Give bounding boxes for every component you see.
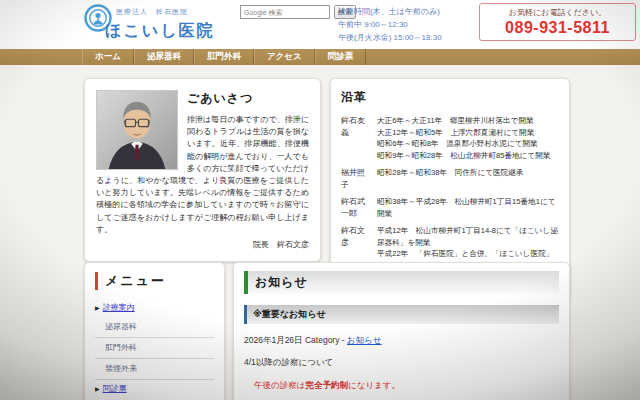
- menu-item-no-smoking[interactable]: 禁煙外来: [95, 359, 214, 380]
- nav-item-questionnaire[interactable]: 問診票: [315, 49, 367, 65]
- history-person-name: 鉾石武一郎: [341, 196, 372, 219]
- nav-item-proctology[interactable]: 肛門外科: [194, 49, 254, 65]
- history-entry: 昭和28年～昭和38年 同住所にて医院継承: [377, 167, 559, 179]
- news-title: お知らせ: [244, 271, 559, 294]
- phone-number: 089-931-5811: [480, 18, 635, 37]
- hours-line-3: 午後(月火水金) 15:00～18:30: [338, 31, 476, 44]
- history-title: 沿革: [341, 89, 559, 106]
- history-person-name: 福井照子: [341, 167, 372, 190]
- notice-text: 午後の診察は: [254, 380, 305, 390]
- history-entries: 昭和28年～昭和38年 同住所にて医院継承: [377, 167, 559, 190]
- history-row: 福井照子 昭和28年～昭和38年 同住所にて医院継承: [341, 167, 559, 190]
- menu-item-questionnaire[interactable]: ▶ 問診票: [95, 380, 214, 398]
- history-entry: 昭和6年～昭和8年 温泉郡小野村水泥にて開業: [377, 138, 559, 150]
- news-post-title: 4/1以降の診察について: [244, 357, 559, 369]
- triangle-bullet-icon: ▶: [95, 303, 100, 313]
- history-entries: 大正6年～大正11年 郷里柳井川村落出で開業 大正12年～昭和5年 上浮穴郡直瀬…: [377, 115, 559, 161]
- hours-line-1: 診療時間(木、土は午前のみ): [338, 5, 476, 18]
- menu-item-proctology[interactable]: 肛門外科: [95, 338, 214, 359]
- greeting-section: ごあいさつ 排泄は毎日の事ですので、排泄に関わるトラブルは生活の質を損ないます。…: [84, 78, 321, 262]
- history-row: 鉾石友義 大正6年～大正11年 郷里柳井川村落出で開業 大正12年～昭和5年 上…: [341, 115, 559, 161]
- clinic-hours: 診療時間(木、土は午前のみ) 午前中 9:00～12:30 午後(月火水金) 1…: [338, 5, 476, 44]
- news-category-prefix: Category -: [303, 335, 347, 345]
- history-entry: 平成12年 松山市柳井町1丁目14-8にて「ほこいし泌尿器科」を開業: [377, 225, 559, 248]
- phone-box: お気軽にお電話ください。 089-931-5811: [479, 3, 636, 41]
- nav-item-urology[interactable]: 泌尿器科: [134, 49, 194, 65]
- logo[interactable]: 医療法人 鉾石医院 ほこいし医院: [84, 3, 234, 47]
- triangle-bullet-icon: ▶: [95, 384, 100, 394]
- main-nav: ホーム 泌尿器科 肛門外科 アクセス 問診票: [0, 49, 640, 65]
- news-category-link[interactable]: お知らせ: [347, 335, 382, 345]
- notice-bold-text: 完全予約制: [305, 380, 348, 390]
- history-entry: 大正12年～昭和5年 上浮穴郡直瀬村にて開業: [377, 127, 559, 139]
- clinic-name: ほこいし医院: [105, 21, 215, 42]
- history-person-name: 鉾石友義: [341, 115, 372, 161]
- menu-title: メニュー: [95, 272, 214, 290]
- greeting-signature: 院長 鉾石文彦: [96, 239, 309, 250]
- history-entry: 大正6年～大正11年 郷里柳井川村落出で開業: [377, 115, 559, 127]
- notice-text: になります。: [348, 380, 400, 390]
- history-entries: 昭和38年～平成28年 松山柳井町1丁目15番地1にて開業: [377, 196, 559, 219]
- corporation-label: 医療法人 鉾石医院: [116, 7, 188, 17]
- history-entry: 昭和9年～昭和28年 松山北柳井町85番地にて開業: [377, 150, 559, 162]
- menu-link-questionnaire[interactable]: 問診票: [103, 384, 127, 394]
- menu-item-urology[interactable]: 泌尿器科: [95, 317, 214, 338]
- news-section: お知らせ ※重要なお知らせ 2026年1月26日 Category - お知らせ…: [233, 262, 570, 400]
- history-row: 鉾石武一郎 昭和38年～平成28年 松山柳井町1丁目15番地1にて開業: [341, 196, 559, 219]
- menu-link-shinryo-annai[interactable]: 診療案内: [103, 303, 135, 313]
- director-photo: [96, 90, 178, 170]
- sidebar-menu: メニュー ▶ 診療案内 泌尿器科 肛門外科 禁煙外来 ▶ 問診票 ▶ 病気のお話…: [84, 262, 225, 400]
- search-input[interactable]: [240, 5, 330, 19]
- news-date: 2026年1月26日: [244, 335, 303, 345]
- history-entry: 昭和38年～平成28年 松山柳井町1丁目15番地1にて開業: [377, 196, 559, 219]
- important-notice-bar: ※重要なお知らせ: [244, 305, 559, 324]
- menu-item-shinryo-annai[interactable]: ▶ 診療案内: [95, 299, 214, 317]
- hours-line-2: 午前中 9:00～12:30: [338, 18, 476, 31]
- header: 医療法人 鉾石医院 ほこいし医院 検索 診療時間(木、土は午前のみ) 午前中 9…: [0, 0, 640, 49]
- news-notice: 午後の診察は完全予約制になります。: [254, 380, 559, 392]
- nav-item-home[interactable]: ホーム: [82, 49, 134, 65]
- nav-item-access[interactable]: アクセス: [254, 49, 315, 65]
- phone-label: お気軽にお電話ください。: [480, 7, 635, 18]
- news-meta: 2026年1月26日 Category - お知らせ: [244, 335, 559, 347]
- page: 医療法人 鉾石医院 ほこいし医院 検索 診療時間(木、土は午前のみ) 午前中 9…: [0, 0, 640, 400]
